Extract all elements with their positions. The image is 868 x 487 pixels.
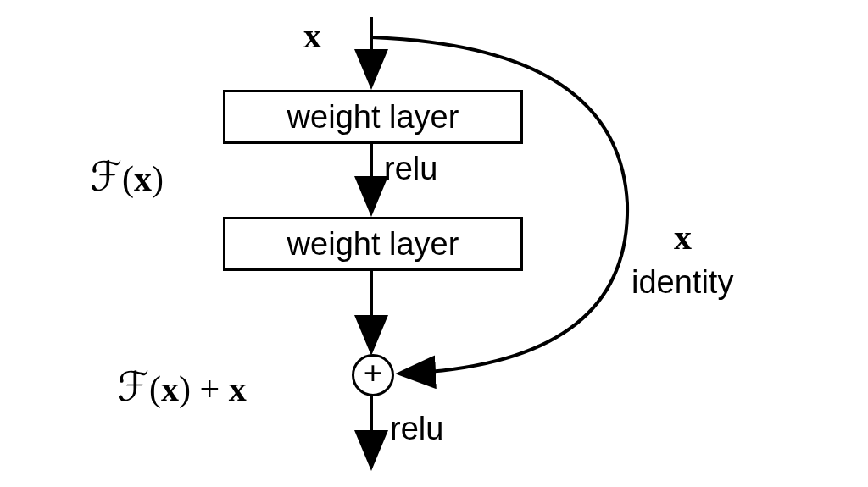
fx-label: ℱ(x) bbox=[90, 152, 164, 200]
skip-connection-arrow bbox=[371, 37, 627, 374]
fx-plus-x-label: ℱ(x) + x bbox=[117, 362, 247, 410]
input-label: x bbox=[303, 15, 321, 56]
sum-node: + bbox=[352, 354, 394, 396]
skip-x-label: x bbox=[674, 217, 692, 257]
relu-label-1: relu bbox=[384, 151, 437, 187]
relu-label-2: relu bbox=[390, 411, 443, 447]
weight-layer-2: weight layer bbox=[223, 217, 523, 271]
weight-layer-1: weight layer bbox=[223, 90, 523, 144]
identity-label: identity bbox=[632, 264, 733, 301]
residual-block-diagram: x weight layer relu weight layer ℱ(x) x … bbox=[0, 0, 868, 487]
